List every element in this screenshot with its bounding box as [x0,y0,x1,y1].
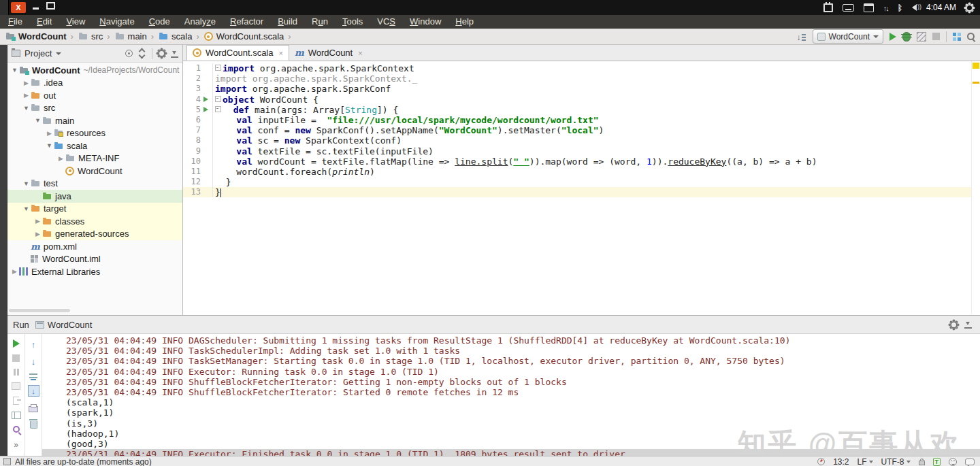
editor-tab[interactable]: WordCount× [289,45,368,61]
run-button[interactable] [889,33,896,41]
tree-row[interactable]: ▶META-INF [7,152,182,165]
down-icon[interactable] [31,356,36,367]
more-icon[interactable] [14,439,18,450]
menu-view[interactable]: View [66,16,85,27]
clock[interactable]: 4:04 AM [926,3,956,12]
left-tool-stripe[interactable] [0,45,7,456]
encoding-widget[interactable]: UTF-8 [881,457,911,466]
menu-edit[interactable]: Edit [37,16,52,27]
search-icon[interactable] [967,33,975,40]
tree-row[interactable]: pom.xml [7,240,182,253]
calendar-icon[interactable] [864,3,874,12]
tree-arrow-icon[interactable]: ▶ [45,130,54,137]
tree-row[interactable]: ▼main [7,114,182,127]
menu-file[interactable]: File [8,16,22,27]
tree-row[interactable]: ▶classes [7,215,182,228]
caret-position[interactable]: 13:2 [833,457,849,466]
menu-navigate[interactable]: Navigate [99,16,134,27]
layout-icon[interactable] [12,412,21,419]
menu-tools[interactable]: Tools [342,16,363,27]
tree-row[interactable]: ▶out [7,89,182,102]
event-log-balloon-icon[interactable] [965,459,975,465]
print-icon[interactable] [29,406,38,412]
stripe-mark-square[interactable] [973,63,979,69]
gear-icon[interactable] [158,50,165,57]
close-icon[interactable]: × [358,49,362,57]
line-separator-widget[interactable]: LF [857,457,872,466]
tool-window-switcher-icon[interactable] [3,458,11,465]
breadcrumb-item[interactable]: main [115,31,158,41]
hide-panel-icon[interactable] [171,50,178,58]
tree-arrow-icon[interactable]: ▶ [10,268,19,275]
lock-icon[interactable] [919,461,925,465]
menu-build[interactable]: Build [278,16,297,27]
tree-arrow-icon[interactable]: ▼ [45,142,54,149]
up-icon[interactable] [31,339,36,350]
chevron-down-icon[interactable] [56,52,61,55]
run-line-icon[interactable] [203,107,208,112]
pin-icon[interactable] [13,426,20,433]
memory-meter-icon[interactable] [817,458,825,465]
tree-row[interactable]: java [7,190,182,203]
run-line-icon[interactable] [203,97,208,102]
bluetooth-icon[interactable] [898,3,902,13]
stripe-mark-warning[interactable] [973,82,979,84]
breadcrumb-item[interactable]: src [78,31,114,41]
tree-arrow-icon[interactable]: ▶ [56,155,65,162]
tree-arrow-icon[interactable]: ▼ [22,105,31,112]
fold-marker-icon[interactable] [215,106,221,112]
tree-row[interactable]: ▼target [7,203,182,216]
plug-icon[interactable] [823,3,833,12]
tree-arrow-icon[interactable]: ▶ [33,231,42,237]
menu-code[interactable]: Code [149,16,170,27]
clear-icon[interactable] [30,421,37,429]
stop-button[interactable] [932,33,940,40]
pause-icon[interactable] [14,369,16,376]
tree-arrow-icon[interactable]: ▼ [33,117,42,124]
rerun-icon[interactable] [13,339,20,348]
t-badge[interactable]: T [933,458,941,466]
tree-row[interactable]: ▼scala [7,139,182,152]
tree-row[interactable]: ▶.idea [7,77,182,90]
coverage-button[interactable] [917,32,926,41]
tree-row[interactable]: WordCount.iml [7,253,182,266]
menu-run[interactable]: Run [312,16,328,27]
close-icon[interactable]: × [278,49,282,57]
code-editor[interactable]: 1import org.apache.spark.SparkContext2im… [183,61,980,314]
menu-refactor[interactable]: Refactor [230,16,263,27]
tree-row[interactable]: ▼WordCount~/IdeaProjects/WordCount [7,64,182,77]
tree-arrow-icon[interactable]: ▶ [33,218,42,224]
console-output[interactable]: 23/05/31 04:04:49 INFO DAGScheduler: Sub… [42,334,980,456]
tree-arrow-icon[interactable]: ▶ [22,80,31,86]
tree-arrow-icon[interactable]: ▼ [22,205,31,212]
keyboard-icon[interactable] [843,4,854,12]
menu-analyze[interactable]: Analyze [184,16,216,27]
fold-marker-icon[interactable] [215,96,221,102]
close-button[interactable]: X [11,2,26,13]
run-tab-label[interactable]: WordCount [48,320,93,330]
hector-inspector-icon[interactable] [949,458,957,466]
breadcrumb-item[interactable]: WordCount [5,31,77,41]
tree-row[interactable]: ▼test [7,178,182,190]
breadcrumb-item[interactable]: WordCount.scala [204,31,295,41]
tree-row[interactable]: ▼src [7,102,182,115]
tree-row[interactable]: ▶External Libraries [7,265,182,278]
tree-arrow-icon[interactable]: ▼ [10,67,19,73]
history-sort-icon[interactable] [797,32,806,41]
stop-icon[interactable] [12,354,20,362]
maximize-button[interactable] [45,2,56,13]
dump-icon[interactable] [12,382,20,390]
gear-icon[interactable] [950,321,958,329]
error-stripe[interactable] [971,61,980,314]
menu-window[interactable]: Window [410,16,441,27]
session-gear-icon[interactable] [966,4,973,12]
horizontal-scrollbar[interactable] [9,309,70,312]
tree-arrow-icon[interactable]: ▶ [22,92,31,99]
debug-button[interactable] [902,32,911,41]
minimize-button[interactable] [30,2,41,13]
breadcrumb-item[interactable]: scala [159,31,203,41]
menu-vcs[interactable]: VCS [377,16,395,27]
tree-row[interactable]: ▶generated-sources [7,228,182,241]
editor-tab[interactable]: WordCount.scala× [186,45,289,61]
tool-windows-grid-icon[interactable] [953,33,956,36]
